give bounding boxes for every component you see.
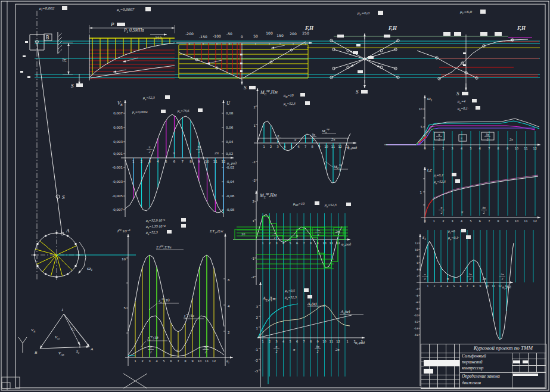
svg-text:3: 3: [452, 147, 453, 150]
svg-text:3: 3: [440, 285, 442, 288]
svg-text:2: 2: [228, 331, 230, 334]
svg-text:1: 1: [427, 285, 429, 288]
svg-text:11: 11: [492, 285, 495, 288]
svg-text:5: 5: [289, 340, 291, 343]
svg-text:10: 10: [485, 285, 489, 288]
svg-text:S: S: [244, 85, 247, 91]
svg-text:9: 9: [507, 147, 508, 150]
svg-text:3π: 3π: [481, 206, 486, 210]
svg-text:P1 0,5МПа: P1 0,5МПа: [123, 27, 144, 33]
redaction-box: [513, 360, 520, 363]
svg-text:3: 3: [275, 241, 277, 245]
svg-text:1: 1: [132, 160, 135, 163]
svg-text:12: 12: [533, 219, 537, 223]
svg-text:0,04: 0,04: [226, 140, 234, 144]
svg-text:6: 6: [460, 285, 462, 288]
svg-text:2: 2: [353, 340, 355, 343]
svg-text:-200: -200: [185, 32, 194, 36]
svg-text:-0,08: -0,08: [226, 208, 235, 211]
svg-text:5: 5: [470, 219, 471, 223]
svg-text:S: S: [356, 89, 359, 95]
svg-text:2: 2: [434, 285, 436, 288]
svg-text:S: S: [62, 194, 65, 200]
svg-text:2: 2: [278, 139, 279, 142]
svg-text:2: 2: [205, 350, 207, 354]
svg-text:μF=6,0: μF=6,0: [460, 10, 472, 15]
svg-text:-50: -50: [226, 32, 232, 36]
svg-text:0: 0: [424, 147, 425, 150]
svg-text:3π: 3π: [315, 345, 319, 349]
svg-text:2: 2: [270, 145, 272, 148]
svg-text:2π: 2π: [483, 277, 486, 281]
svg-text:11: 11: [330, 241, 333, 245]
svg-text:4: 4: [156, 359, 157, 363]
svg-text:12: 12: [338, 145, 341, 148]
svg-text:1: 1: [254, 124, 256, 127]
svg-text:2: 2: [254, 105, 256, 109]
svg-text:0,007: 0,007: [113, 111, 123, 115]
svg-text:AΣ,Дж: AΣ,Дж: [262, 296, 276, 302]
svg-text:-2: -2: [253, 179, 256, 182]
svg-text:-0,04: -0,04: [226, 180, 235, 183]
svg-text:2: 2: [442, 147, 444, 150]
svg-text:5: 5: [421, 125, 422, 129]
svg-text:-16: -16: [414, 334, 418, 337]
svg-text:2π: 2π: [331, 137, 335, 141]
svg-text:F,Н: F,Н: [388, 25, 397, 31]
svg-text:S: S: [456, 91, 459, 97]
svg-text:π: π: [150, 346, 152, 349]
svg-text:2: 2: [198, 150, 200, 154]
svg-text:200: 200: [290, 32, 297, 36]
svg-text:8: 8: [184, 359, 186, 363]
svg-text:10: 10: [324, 145, 328, 148]
svg-text:8: 8: [310, 241, 312, 245]
svg-text:150: 150: [276, 33, 284, 38]
svg-text:-150: -150: [199, 35, 207, 39]
svg-text:3: 3: [275, 340, 277, 343]
svg-text:1: 1: [256, 326, 259, 330]
svg-text:3π: 3π: [197, 145, 201, 149]
svg-text:7: 7: [304, 145, 306, 148]
svg-text:1: 1: [420, 191, 422, 194]
svg-text:10: 10: [415, 248, 418, 251]
svg-text:2π: 2π: [509, 138, 514, 141]
svg-text:1: 1: [134, 359, 136, 363]
svg-text:S: S: [71, 83, 74, 89]
svg-text:3: 3: [277, 145, 279, 148]
svg-text:-4: -4: [416, 294, 419, 297]
svg-text:1: 1: [346, 340, 348, 343]
svg-text:8: 8: [473, 285, 475, 288]
svg-text:10: 10: [322, 241, 326, 245]
drawing-canvas[interactable]: μl=0,002μs=0,0007μF=6,0μF=6,0ВSAω1HSPP1 …: [0, 0, 550, 392]
svg-text:8: 8: [310, 340, 312, 343]
svg-text:9: 9: [480, 285, 481, 288]
svg-text:4: 4: [284, 145, 285, 148]
svg-text:12: 12: [222, 160, 226, 163]
drawing-sheet: μl=0,002μs=0,0007μF=6,0μF=6,0ВSAω1HSPP1 …: [0, 0, 550, 392]
svg-text:6: 6: [296, 241, 298, 245]
svg-text:9: 9: [198, 160, 200, 163]
redaction-box: [424, 360, 459, 366]
svg-text:-1: -1: [255, 348, 258, 351]
svg-text:7: 7: [303, 241, 304, 245]
svg-text:4: 4: [417, 268, 418, 271]
svg-text:3: 3: [256, 305, 259, 309]
svg-text:2: 2: [483, 211, 485, 214]
svg-text:-0,003: -0,003: [112, 180, 123, 183]
svg-text:6: 6: [479, 147, 481, 150]
svg-text:6: 6: [173, 160, 176, 163]
svg-text:6: 6: [228, 278, 230, 282]
svg-text:8: 8: [312, 145, 313, 148]
svg-text:В: В: [46, 35, 49, 41]
svg-text:1: 1: [253, 219, 255, 223]
object-title: Сильфонный поршневой компрессор: [462, 353, 511, 372]
svg-text:5: 5: [165, 160, 167, 163]
svg-text:-8: -8: [416, 307, 419, 310]
svg-text:4: 4: [447, 285, 449, 288]
svg-text:1: 1: [433, 219, 435, 223]
svg-text:-2: -2: [255, 359, 258, 362]
svg-text:А: А: [90, 347, 94, 351]
svg-text:2: 2: [256, 316, 259, 319]
svg-text:2: 2: [141, 359, 143, 363]
svg-text:π: π: [173, 151, 175, 155]
